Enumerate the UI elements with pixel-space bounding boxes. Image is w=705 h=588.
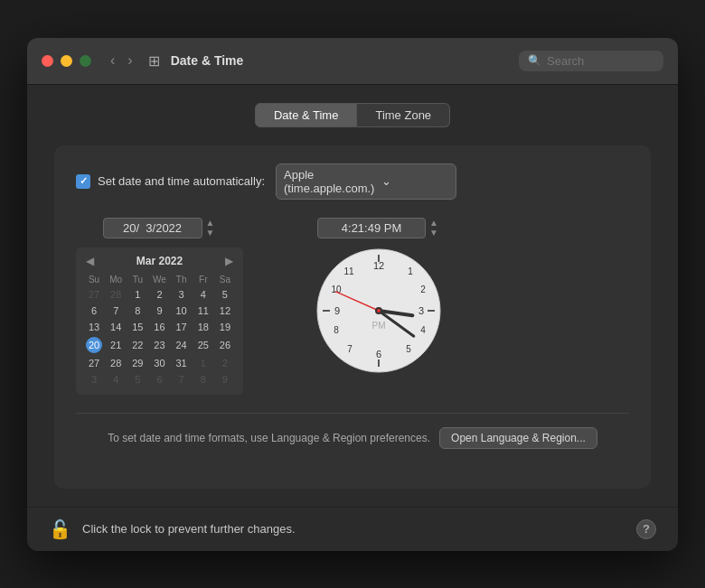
cal-prev-button[interactable]: ◀ (83, 255, 97, 267)
titlebar: ‹ › ⊞ Date & Time 🔍 (27, 38, 678, 85)
close-button[interactable] (42, 55, 53, 67)
calendar-cell[interactable]: 21 (105, 335, 127, 355)
calendar-cell[interactable]: 3 (83, 371, 105, 387)
clock-section: ▲ ▼ (315, 218, 442, 374)
calendar-cell[interactable]: 5 (214, 286, 236, 303)
time-up-button[interactable]: ▲ (428, 218, 440, 228)
server-select[interactable]: Apple (time.apple.com.) ⌄ (276, 163, 456, 200)
calendar-cell[interactable]: 31 (171, 355, 193, 371)
calendar-cell[interactable]: 25 (193, 335, 214, 355)
calendar-header-row: Su Mo Tu We Th Fr Sa (83, 273, 236, 286)
traffic-lights (42, 55, 91, 67)
calendar-cell[interactable]: 26 (214, 335, 236, 355)
calendar-cell[interactable]: 27 (83, 355, 105, 371)
calendar-row: 6789101112 (83, 303, 236, 319)
tab-time-zone[interactable]: Time Zone (357, 103, 450, 127)
calendar-cell[interactable]: 18 (193, 319, 214, 335)
lock-label: Click the lock to prevent further change… (82, 522, 625, 536)
calendar-cell[interactable]: 28 (105, 355, 127, 371)
calendar-cell[interactable]: 22 (127, 335, 148, 355)
calendar-cell[interactable]: 3 (171, 286, 193, 303)
calendar-cell[interactable]: 4 (193, 286, 214, 303)
calendar-cell[interactable]: 30 (148, 355, 170, 371)
calendar-row: 3456789 (83, 371, 236, 387)
minimize-button[interactable] (61, 55, 72, 67)
maximize-button[interactable] (80, 55, 91, 67)
main-panel: ✓ Set date and time automatically: Apple… (54, 145, 651, 489)
calendar-cell[interactable]: 19 (214, 319, 236, 335)
svg-text:5: 5 (406, 344, 411, 354)
main-window: ‹ › ⊞ Date & Time 🔍 Date & Time Time Zon… (27, 38, 678, 551)
calendar: ◀ Mar 2022 ▶ Su Mo Tu We (76, 247, 243, 395)
analog-clock: 12 3 6 9 1 2 4 5 7 8 10 11 (315, 247, 442, 374)
auto-section: ✓ Set date and time automatically: Apple… (76, 163, 629, 200)
calendar-cell[interactable]: 1 (127, 286, 148, 303)
svg-text:7: 7 (347, 344, 352, 354)
calendar-cell[interactable]: 5 (127, 371, 148, 387)
svg-text:1: 1 (408, 266, 413, 276)
svg-text:PM: PM (372, 321, 386, 331)
calendar-cell[interactable]: 15 (127, 319, 148, 335)
help-button[interactable]: ? (636, 519, 656, 539)
svg-point-22 (377, 309, 381, 313)
content-area: Date & Time Time Zone ✓ Set date and tim… (27, 85, 678, 507)
calendar-cell[interactable]: 28 (105, 286, 127, 303)
calendar-header: ◀ Mar 2022 ▶ (83, 255, 236, 267)
calendar-cell[interactable]: 2 (148, 286, 170, 303)
calendar-cell[interactable]: 1 (193, 355, 214, 371)
calendar-cell[interactable]: 6 (83, 303, 105, 319)
svg-text:2: 2 (420, 285, 426, 294)
calendar-cell[interactable]: 23 (148, 335, 170, 355)
calendar-cell[interactable]: 7 (105, 303, 127, 319)
cal-day-tu: Tu (127, 273, 148, 286)
date-down-button[interactable]: ▼ (204, 228, 217, 238)
time-down-button[interactable]: ▼ (428, 228, 440, 238)
cal-next-button[interactable]: ▶ (222, 255, 236, 267)
calendar-cell[interactable]: 27 (83, 286, 105, 303)
date-up-button[interactable]: ▲ (204, 218, 217, 228)
calendar-cell[interactable]: 9 (214, 371, 236, 387)
calendar-cell[interactable]: 6 (148, 371, 170, 387)
auto-checkbox[interactable]: ✓ (76, 174, 90, 189)
search-input[interactable] (547, 54, 655, 68)
nav-buttons: ‹ › (106, 51, 137, 70)
footer-row: To set date and time formats, use Langua… (76, 413, 629, 449)
calendar-cell[interactable]: 11 (193, 303, 214, 319)
calendar-row: 20212223242526 (83, 335, 236, 355)
calendar-cell[interactable]: 7 (171, 371, 193, 387)
calendar-cell[interactable]: 17 (171, 319, 193, 335)
time-input[interactable] (317, 218, 426, 238)
calendar-cell[interactable]: 20 (83, 335, 105, 355)
search-box[interactable]: 🔍 (519, 51, 663, 71)
calendar-cell[interactable]: 8 (193, 371, 214, 387)
calendar-cell[interactable]: 4 (105, 371, 127, 387)
cal-day-mo: Mo (105, 273, 127, 286)
forward-button[interactable]: › (123, 51, 136, 70)
calendar-cell[interactable]: 16 (148, 319, 170, 335)
calendar-cell[interactable]: 12 (214, 303, 236, 319)
calendar-cell[interactable]: 9 (148, 303, 170, 319)
date-input-row: ▲ ▼ (76, 218, 243, 238)
tab-date-time[interactable]: Date & Time (255, 103, 358, 127)
calendar-cell[interactable]: 24 (171, 335, 193, 355)
cal-day-th: Th (171, 273, 193, 286)
select-arrow-icon: ⌄ (381, 174, 448, 188)
cal-day-we: We (148, 273, 170, 286)
calendar-row: 272829303112 (83, 355, 236, 371)
calendar-cell[interactable]: 13 (83, 319, 105, 335)
calendar-cell[interactable]: 8 (127, 303, 148, 319)
back-button[interactable]: ‹ (106, 51, 119, 70)
open-language-region-button[interactable]: Open Language & Region... (439, 427, 597, 449)
calendar-section: ▲ ▼ ◀ Mar 2022 ▶ Su (76, 218, 243, 395)
footer-text: To set date and time formats, use Langua… (108, 432, 430, 444)
calendar-cell[interactable]: 29 (127, 355, 148, 371)
date-input[interactable] (103, 218, 202, 238)
lock-icon[interactable]: 🔓 (49, 518, 71, 540)
calendar-cell[interactable]: 2 (214, 355, 236, 371)
calendar-cell[interactable]: 10 (171, 303, 193, 319)
grid-icon[interactable]: ⊞ (148, 52, 160, 70)
calendar-cell[interactable]: 14 (105, 319, 127, 335)
datetime-row: ▲ ▼ ◀ Mar 2022 ▶ Su (76, 218, 629, 395)
checkbox-check-icon: ✓ (80, 175, 88, 187)
calendar-row: 13141516171819 (83, 319, 236, 335)
